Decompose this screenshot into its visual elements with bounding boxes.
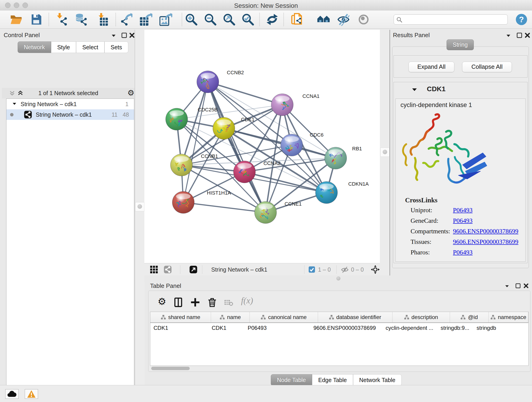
- node-label: CCNB2: [227, 70, 244, 75]
- tab-sets[interactable]: Sets: [104, 41, 128, 53]
- export-table-button[interactable]: [139, 13, 152, 26]
- import-network-from-database-button[interactable]: [75, 13, 88, 26]
- results-buttons-box: Expand All Collapse All: [394, 56, 527, 77]
- network-canvas[interactable]: CCNB2 CCNA1 CDC25B CDK1 CDC6 RB1 CCNB1 C…: [144, 30, 380, 263]
- network-node-CDKN1A[interactable]: CDKN1A: [316, 181, 369, 204]
- tab-select[interactable]: Select: [76, 41, 104, 53]
- cloud-status-button[interactable]: [5, 389, 19, 399]
- detach-view-icon[interactable]: [189, 265, 197, 274]
- crosslink-label: GeneCard:: [411, 217, 438, 224]
- network-node-CDK1[interactable]: CDK1: [213, 117, 254, 139]
- first-neighbors-button[interactable]: [317, 13, 330, 26]
- open-session-button[interactable]: [10, 13, 22, 26]
- table-row[interactable]: CDK1CDK1P064939606.ENSP00000378699cyclin…: [150, 323, 528, 333]
- network-edge[interactable]: [208, 82, 282, 105]
- right-splitter-handle[interactable]: [380, 148, 389, 157]
- import-network-from-file-button[interactable]: [56, 13, 69, 26]
- tab-network[interactable]: Network: [18, 41, 51, 53]
- create-column-plus-icon[interactable]: [190, 297, 200, 307]
- protein-collapse-icon[interactable]: [411, 86, 418, 93]
- network-node-CCNA1[interactable]: CCNA1: [271, 93, 320, 116]
- node-label: RB1: [352, 146, 362, 152]
- results-panel-menu-icon[interactable]: [505, 32, 512, 39]
- network-node-RB1[interactable]: RB1: [325, 146, 362, 169]
- control-panel-float-icon[interactable]: [121, 32, 127, 38]
- delete-table-icon: [224, 299, 233, 306]
- crosslink-link[interactable]: P06493: [453, 217, 473, 224]
- network-node-CCNE1[interactable]: CCNE1: [254, 201, 302, 223]
- tab-network-table[interactable]: Network Table: [353, 374, 402, 386]
- control-panel: Control Panel NetworkStyleSelectSets 1 o…: [0, 30, 135, 385]
- crosslink-link[interactable]: P06493: [453, 206, 473, 214]
- crosslink-link[interactable]: 9606.ENSP00000378699: [453, 228, 518, 235]
- zoom-fit-content-button[interactable]: [223, 13, 235, 26]
- window-title: Session: New Session: [0, 2, 532, 9]
- column-header-shared-name[interactable]: shared name: [150, 312, 211, 322]
- network-edge[interactable]: [183, 82, 208, 202]
- node-table[interactable]: shared namenamecanonical namedatabase id…: [150, 312, 529, 366]
- crosslink-link[interactable]: 9606.ENSP00000378699: [453, 238, 518, 245]
- crosslink-label: Compartments:: [411, 228, 450, 235]
- collapse-all-button[interactable]: Collapse All: [462, 62, 512, 72]
- search-input[interactable]: [394, 14, 508, 25]
- table-panel-menu-icon[interactable]: [504, 283, 510, 289]
- string-panel-toggle-icon[interactable]: [164, 265, 172, 274]
- column-header-canonical-name[interactable]: canonical name: [250, 312, 318, 322]
- delete-column-trash-icon[interactable]: [207, 297, 217, 307]
- table-panel-splitter[interactable]: [144, 275, 532, 281]
- left-splitter[interactable]: [135, 30, 145, 385]
- hide-selected-button[interactable]: [337, 13, 350, 26]
- warnings-button[interactable]: [25, 389, 38, 399]
- right-splitter[interactable]: [380, 30, 389, 275]
- clone-network-button[interactable]: [291, 13, 304, 26]
- help-button[interactable]: ?: [515, 13, 528, 26]
- show-columns-icon[interactable]: [173, 297, 183, 307]
- network-graph[interactable]: CCNB2 CCNA1 CDC25B CDK1 CDC6 RB1 CCNB1 C…: [144, 30, 380, 263]
- selected-node-edge-counts: 1 – 0: [318, 263, 331, 276]
- zoom-selected-button[interactable]: [241, 13, 254, 26]
- table-panel-close-icon[interactable]: [523, 283, 529, 289]
- column-header-name[interactable]: name: [211, 312, 250, 322]
- table-settings-gear-icon[interactable]: ⚙: [158, 296, 166, 307]
- expand-all-button[interactable]: Expand All: [409, 62, 454, 72]
- selected-checkbox-icon[interactable]: [308, 266, 315, 273]
- export-image-button[interactable]: [159, 13, 172, 26]
- hidden-eye-icon[interactable]: [341, 266, 349, 274]
- control-panel-menu-icon[interactable]: [110, 32, 117, 39]
- table-panel-float-icon[interactable]: [515, 283, 521, 289]
- fit-selected-crosshair-icon[interactable]: [371, 265, 380, 274]
- status-bar: Memory: [0, 385, 532, 402]
- save-session-button[interactable]: [30, 13, 43, 26]
- export-network-button[interactable]: [120, 13, 133, 26]
- results-panel-float-icon[interactable]: [516, 32, 523, 38]
- network-edge[interactable]: [183, 202, 266, 212]
- column-header-namespace[interactable]: namespace: [489, 312, 528, 322]
- table-cell: 9606.ENSP00000378699: [310, 323, 382, 333]
- zoom-out-button[interactable]: [204, 13, 217, 26]
- show-all-button[interactable]: [357, 13, 370, 26]
- tab-string[interactable]: String: [447, 39, 474, 50]
- toolbar-separator: [182, 13, 182, 26]
- table-horizontal-scrollbar[interactable]: [151, 367, 190, 370]
- column-header-database-identifier[interactable]: database identifier: [318, 312, 393, 322]
- column-header-description[interactable]: description: [393, 312, 450, 322]
- crosslink-link[interactable]: P06493: [453, 249, 473, 256]
- refresh-view-button[interactable]: [266, 13, 279, 26]
- column-header--id[interactable]: @id: [450, 312, 489, 322]
- results-panel-close-icon[interactable]: [524, 32, 531, 38]
- tree-expander-icon[interactable]: [12, 99, 17, 108]
- birds-eye-view-icon[interactable]: [150, 265, 158, 274]
- tab-node-table[interactable]: Node Table: [271, 374, 312, 386]
- crosslinks-title: CrossLinks: [405, 196, 437, 204]
- network-options-gear-icon[interactable]: ⚙: [127, 88, 134, 97]
- control-panel-close-icon[interactable]: [129, 32, 135, 38]
- tab-style[interactable]: Style: [51, 41, 76, 53]
- import-table-from-file-button[interactable]: [96, 13, 109, 26]
- tab-edge-table[interactable]: Edge Table: [312, 374, 353, 386]
- svg-text:?: ?: [519, 15, 524, 24]
- network-row-selected[interactable]: String Network – cdk1 11 48: [6, 109, 134, 120]
- zoom-in-button[interactable]: [185, 13, 198, 26]
- crosslink-row: Pharos:P06493: [396, 249, 526, 259]
- network-collection-row[interactable]: String Network – cdk1 1: [6, 99, 134, 109]
- left-splitter-handle[interactable]: [135, 202, 144, 211]
